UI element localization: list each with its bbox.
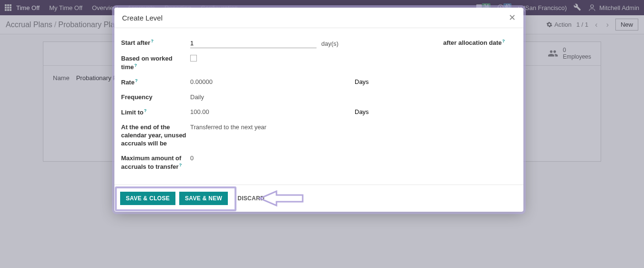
create-level-modal: Create Level ✕ Start after? day(s) after… — [114, 8, 523, 212]
close-icon[interactable]: ✕ — [509, 12, 516, 23]
label-rate: Rate? — [121, 78, 190, 87]
label-limit: Limit to? — [121, 108, 190, 117]
start-after-input[interactable] — [190, 39, 317, 48]
row-frequency: Frequency Daily — [121, 93, 517, 102]
save-new-button[interactable]: SAVE & NEW — [179, 192, 228, 205]
max-transfer-value[interactable]: 0 — [190, 155, 194, 162]
modal-header: Create Level ✕ — [114, 8, 523, 28]
label-start-after: Start after? — [121, 39, 190, 47]
save-close-button[interactable]: SAVE & CLOSE — [120, 192, 175, 205]
label-year-end: At the end of the calendar year, unused … — [121, 124, 190, 148]
help-icon[interactable]: ? — [144, 108, 147, 113]
row-worked-time: Based on worked time? — [121, 55, 517, 72]
start-after-unit[interactable]: day(s) — [321, 40, 338, 47]
help-icon[interactable]: ? — [179, 163, 182, 167]
help-icon[interactable]: ? — [135, 78, 138, 83]
label-frequency: Frequency — [121, 93, 190, 102]
row-rate: Rate? 0.00000 Days — [121, 78, 517, 87]
row-max-transfer: Maximum amount of accruals to transfer? … — [121, 155, 517, 171]
label-after-allocation: after allocation date? — [443, 39, 505, 46]
rate-value[interactable]: 0.00000 — [190, 78, 213, 85]
label-max-transfer: Maximum amount of accruals to transfer? — [121, 155, 190, 171]
row-limit: Limit to? 100.00 Days — [121, 108, 517, 117]
row-year-end: At the end of the calendar year, unused … — [121, 124, 517, 148]
rate-unit[interactable]: Days — [355, 78, 369, 85]
label-worked-time: Based on worked time? — [121, 55, 190, 72]
frequency-value[interactable]: Daily — [190, 93, 204, 101]
modal-footer: SAVE & CLOSE SAVE & NEW DISCARD — [114, 185, 523, 212]
help-icon[interactable]: ? — [502, 39, 505, 43]
discard-button[interactable]: DISCARD — [232, 192, 270, 205]
modal-body: Start after? day(s) after allocation dat… — [114, 28, 523, 185]
year-end-value[interactable]: Transferred to the next year — [190, 124, 266, 131]
help-icon[interactable]: ? — [134, 63, 137, 68]
limit-value[interactable]: 100.00 — [190, 108, 209, 115]
row-start-after: Start after? day(s) after allocation dat… — [121, 39, 517, 48]
help-icon[interactable]: ? — [151, 39, 153, 43]
worked-time-checkbox[interactable] — [190, 55, 197, 62]
limit-unit[interactable]: Days — [355, 108, 369, 115]
modal-title: Create Level — [122, 14, 163, 22]
